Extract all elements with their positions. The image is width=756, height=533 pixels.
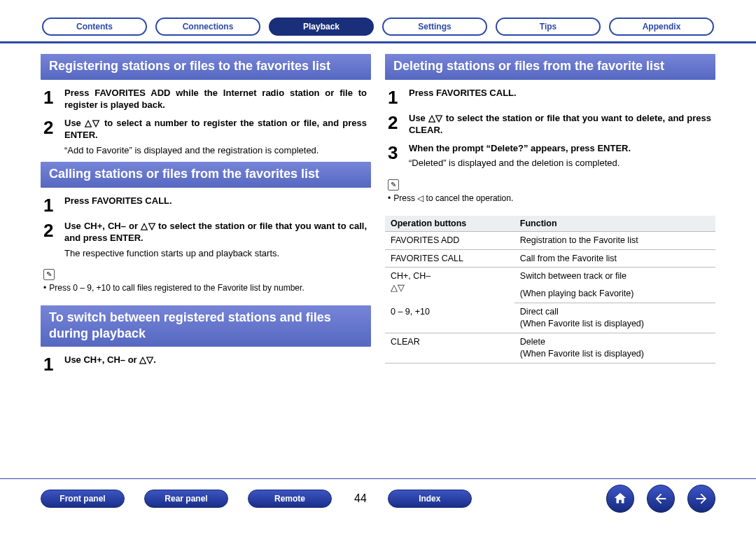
cell: 0 – 9, +10 [385,303,514,333]
top-nav: Contents Connections Playback Settings T… [0,0,756,43]
cell: FAVORITES CALL [385,249,514,268]
register-step-1: 1 Press FAVORITES ADD while the Internet… [41,87,371,111]
table-row: FAVORITES ADD Registration to the Favori… [385,231,715,249]
pencil-icon: ✎ [388,179,399,191]
section-register-title: Registering stations or files to the fav… [41,54,371,80]
left-column: Registering stations or files to the fav… [41,54,371,379]
step-text: Use CH+, CH– or △▽. [64,354,156,365]
delete-step-2: 2 Use △▽ to select the station or file t… [385,112,715,137]
cell: CH+, CH– △▽ [385,268,514,303]
tab-tips[interactable]: Tips [496,18,601,36]
rear-panel-button[interactable]: Rear panel [144,490,228,508]
cell: CLEAR [385,333,514,363]
note-text: Press 0 – 9, +10 to call files registere… [49,283,304,293]
step-text: Use △▽ to select a number to register th… [64,118,367,141]
register-step-2: 2 Use △▽ to select a number to register … [41,117,371,157]
tab-contents[interactable]: Contents [42,18,147,36]
table-row: CH+, CH– △▽ Switch between track or file [385,268,715,285]
note-text: Press ◁ to cancel the operation. [393,193,513,203]
step-number: 1 [41,195,64,214]
operation-table: Operation buttons Function FAVORITES ADD… [385,216,715,364]
front-panel-button[interactable]: Front panel [41,490,125,508]
arrow-left-icon [653,491,668,506]
cell: Call from the Favorite list [514,249,715,268]
step-number: 2 [41,117,64,137]
step-text: Press FAVORITES ADD while the Internet r… [64,88,367,111]
home-button[interactable] [606,485,634,513]
table-header-buttons: Operation buttons [385,216,514,232]
cell: Registration to the Favorite list [514,231,715,249]
step-text: Use △▽ to select the station or file tha… [409,113,711,136]
table-header-function: Function [514,216,715,232]
step-number: 1 [41,354,64,373]
table-row: 0 – 9, +10 Direct call (When Favorite li… [385,303,715,333]
remote-button[interactable]: Remote [248,490,332,508]
call-step-1: 1 Press FAVORITES CALL. [41,195,371,214]
step-number: 1 [385,87,409,106]
step-note: “Deleted” is displayed and the deletion … [409,157,711,169]
table-row: FAVORITES CALL Call from the Favorite li… [385,249,715,268]
table-row: CLEAR Delete (When Favorite list is disp… [385,333,715,363]
tab-playback[interactable]: Playback [269,18,374,36]
step-number: 2 [385,112,409,132]
right-column: Deleting stations or files from the favo… [385,54,715,379]
section-switch-title: To switch between registered stations an… [41,305,371,347]
cell: FAVORITES ADD [385,231,514,249]
prev-page-button[interactable] [647,485,675,513]
home-icon [612,491,628,506]
step-text: Use CH+, CH– or △▽ to select the station… [64,221,367,244]
delete-step-1: 1 Press FAVORITES CALL. [385,87,715,106]
cell: Direct call (When Favorite list is displ… [514,303,715,333]
next-page-button[interactable] [687,485,715,513]
tab-appendix[interactable]: Appendix [609,18,714,36]
cell: Switch between track or file [514,268,715,285]
call-step-2: 2 Use CH+, CH– or △▽ to select the stati… [41,220,371,260]
step-number: 3 [385,142,409,162]
page-number: 44 [354,492,367,505]
pencil-icon: ✎ [43,269,55,280]
bottom-bar: Front panel Rear panel Remote 44 Index [0,478,756,518]
step-text: Press FAVORITES CALL. [409,88,517,98]
main-content: Registering stations or files to the fav… [0,43,756,379]
step-note: The respective function starts up and pl… [64,247,367,260]
section-delete-title: Deleting stations or files from the favo… [385,54,715,80]
step-number: 2 [41,220,64,240]
arrow-right-icon [694,491,709,506]
step-note: “Add to Favorite” is displayed and the r… [64,144,367,157]
index-button[interactable]: Index [388,490,472,508]
step-text: When the prompt “Delete?” appears, press… [409,143,631,153]
cell: Delete (When Favorite list is displayed) [514,333,715,363]
delete-step-3: 3 When the prompt “Delete?” appears, pre… [385,142,715,169]
step-number: 1 [41,87,64,106]
step-text: Press FAVORITES CALL. [64,195,172,206]
call-note: ✎ Press 0 – 9, +10 to call files registe… [43,269,368,293]
tab-settings[interactable]: Settings [382,18,487,36]
cell: (When playing back Favorite) [514,285,715,303]
section-call-title: Calling stations or files from the favor… [41,162,371,188]
switch-step-1: 1 Use CH+, CH– or △▽. [41,354,371,373]
tab-connections[interactable]: Connections [155,18,260,36]
delete-note: ✎ Press ◁ to cancel the operation. [388,179,713,203]
